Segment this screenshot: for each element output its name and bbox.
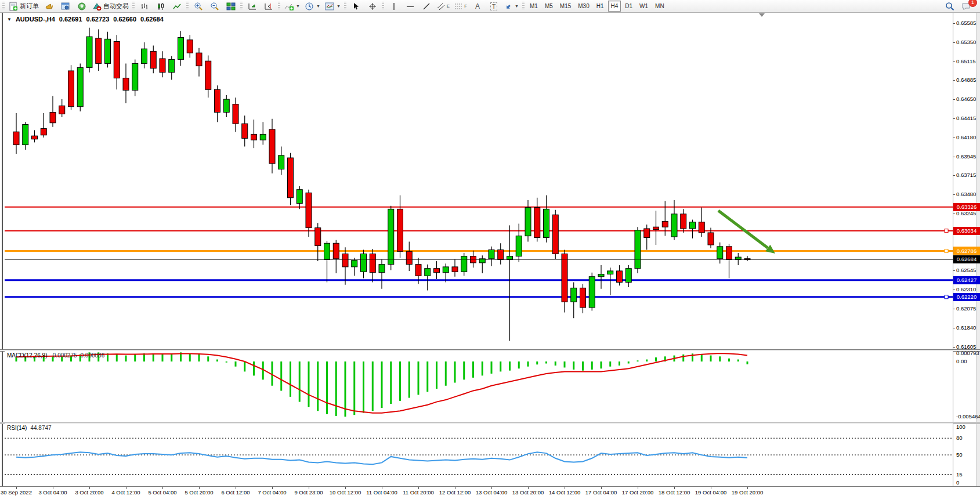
candle-body[interactable] (41, 129, 46, 135)
candle-body[interactable] (86, 37, 92, 67)
candle-body[interactable] (251, 134, 257, 140)
candle-body[interactable] (132, 63, 138, 90)
trend-arrow-shaft[interactable] (718, 211, 768, 248)
candle-body[interactable] (443, 267, 449, 273)
auto-scroll-button[interactable] (244, 0, 261, 13)
candle-body[interactable] (617, 271, 623, 283)
candle-body[interactable] (415, 265, 421, 276)
candle-body[interactable] (215, 89, 220, 112)
timeframe-button-m15[interactable]: M15 (557, 1, 574, 12)
crosshair-tool-button[interactable] (364, 0, 381, 13)
candle-body[interactable] (571, 288, 577, 302)
candle-body[interactable] (397, 209, 403, 251)
arrows-tool-button[interactable]: ▼ (502, 0, 521, 13)
candle-body[interactable] (717, 247, 723, 259)
candle-body[interactable] (644, 229, 650, 237)
timeframe-button-w1[interactable]: W1 (637, 1, 651, 12)
candle-body[interactable] (196, 53, 202, 66)
alerts-button[interactable] (41, 0, 57, 13)
candle-body[interactable] (726, 247, 732, 259)
one-click-collapse-icon[interactable]: ▼ (7, 17, 12, 22)
text-tool-button[interactable]: A (469, 0, 486, 13)
candle-body[interactable] (671, 214, 677, 237)
candle-body[interactable] (59, 106, 65, 114)
candle-body[interactable] (379, 265, 385, 273)
candle-body[interactable] (205, 61, 211, 89)
metaeditor-button[interactable] (57, 0, 74, 13)
candle-body[interactable] (333, 243, 339, 259)
candle-body[interactable] (23, 125, 28, 145)
timeframe-button-mn[interactable]: MN (652, 1, 667, 12)
candlestick-chart-button[interactable] (153, 0, 169, 13)
candle-body[interactable] (681, 214, 686, 229)
candle-body[interactable] (187, 40, 193, 53)
rsi-panel-canvas[interactable] (5, 424, 953, 486)
candle-body[interactable] (388, 209, 394, 264)
timeframe-button-m1[interactable]: M1 (527, 1, 541, 12)
candle-body[interactable] (123, 78, 129, 91)
candle-body[interactable] (296, 190, 302, 204)
candle-body[interactable] (471, 256, 476, 263)
candle-body[interactable] (562, 254, 567, 302)
vertical-line-tool-button[interactable] (386, 0, 402, 13)
candle-body[interactable] (342, 254, 348, 266)
candle-body[interactable] (370, 254, 375, 272)
zoom-out-button[interactable] (207, 0, 223, 13)
candle-body[interactable] (461, 256, 467, 272)
candle-body[interactable] (498, 250, 504, 259)
candle-body[interactable] (288, 158, 294, 198)
periods-button[interactable]: ▼ (302, 0, 323, 13)
candle-body[interactable] (68, 71, 74, 107)
trendline-tool-button[interactable] (418, 0, 435, 13)
candle-body[interactable] (160, 59, 165, 73)
line-handle[interactable] (945, 295, 948, 299)
main-chart-canvas[interactable] (5, 14, 953, 350)
timeframe-button-m30[interactable]: M30 (575, 1, 592, 12)
candle-body[interactable] (324, 243, 330, 259)
candle-body[interactable] (32, 136, 38, 139)
line-handle[interactable] (945, 229, 948, 233)
candle-body[interactable] (635, 230, 641, 269)
timeframe-button-h1[interactable]: H1 (594, 1, 607, 12)
candle-body[interactable] (269, 129, 275, 164)
candle-body[interactable] (105, 39, 111, 63)
timeframe-button-d1[interactable]: D1 (622, 1, 635, 12)
candle-body[interactable] (625, 269, 631, 283)
candle-body[interactable] (114, 42, 120, 78)
candle-body[interactable] (13, 132, 19, 144)
templates-button[interactable]: ▼ (323, 0, 343, 13)
candle-body[interactable] (352, 261, 357, 267)
candle-body[interactable] (150, 51, 156, 68)
candle-body[interactable] (233, 104, 238, 124)
line-handle[interactable] (945, 249, 948, 252)
candle-body[interactable] (406, 251, 412, 264)
candle-body[interactable] (178, 38, 184, 60)
candle-body[interactable] (525, 208, 531, 236)
horizontal-line-tool-button[interactable] (402, 0, 418, 13)
fibonacci-tool-button[interactable]: F (452, 0, 469, 13)
tile-windows-button[interactable] (223, 0, 239, 13)
candle-body[interactable] (516, 236, 522, 256)
time-axis[interactable]: 30 Sep 20223 Oct 04:003 Oct 20:004 Oct 1… (0, 486, 980, 499)
candle-body[interactable] (279, 156, 284, 169)
candle-body[interactable] (77, 67, 83, 106)
candle-body[interactable] (315, 228, 321, 246)
candle-body[interactable] (662, 221, 668, 227)
candle-body[interactable] (425, 269, 431, 276)
candle-body[interactable] (607, 271, 613, 274)
notifications-button[interactable]: 1 (958, 0, 974, 13)
candle-body[interactable] (96, 38, 102, 63)
candle-body[interactable] (361, 254, 367, 272)
candle-body[interactable] (489, 250, 494, 258)
candle-body[interactable] (708, 233, 714, 245)
candle-body[interactable] (50, 113, 56, 123)
equidistant-channel-tool-button[interactable]: E (435, 0, 452, 13)
autotrading-button[interactable]: 自动交易 (90, 0, 131, 13)
timeframe-button-h4[interactable]: H4 (608, 1, 621, 12)
line-chart-button[interactable] (169, 0, 185, 13)
candle-body[interactable] (434, 269, 440, 273)
candle-body[interactable] (169, 59, 175, 72)
indicators-button[interactable]: ▼ (282, 0, 302, 13)
candle-body[interactable] (242, 124, 248, 138)
candle-body[interactable] (699, 222, 704, 233)
